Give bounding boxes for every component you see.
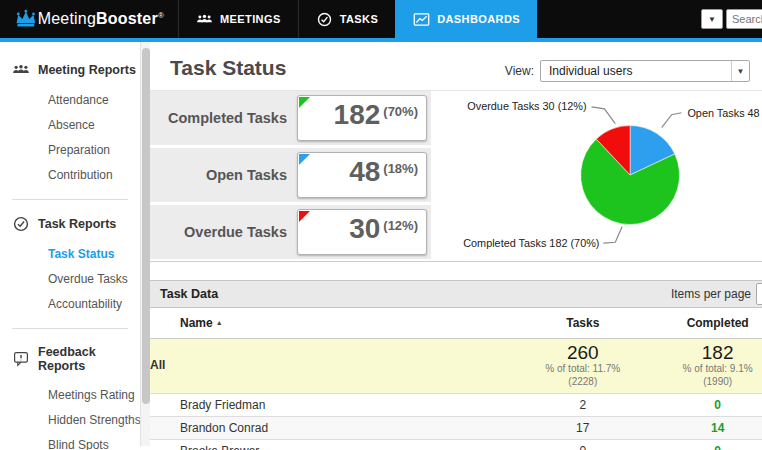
stat-row-completed: Completed Tasks 182 (70%) (150, 91, 431, 145)
person-name: Brady Friedman (150, 394, 515, 417)
summary-name: All (150, 338, 515, 394)
sidebar-item-absence[interactable]: Absence (0, 113, 140, 137)
overdue-tasks-stat-box: 30 (12%) (297, 209, 427, 255)
main-content: Task Status View: Individual users ▼ Com… (150, 42, 762, 446)
pie-label-open: Open Tasks 48 (18%) (687, 107, 762, 119)
callout-line-completed (603, 226, 622, 243)
column-header-name[interactable]: Name▲ (150, 308, 515, 338)
stat-percent: (70%) (383, 104, 418, 119)
items-per-page-label: Items per page (671, 287, 751, 301)
search-input[interactable] (726, 9, 762, 29)
sidebar-scrollbar[interactable] (140, 42, 150, 446)
main-header: Task Status View: Individual users ▼ (150, 42, 762, 90)
stat-value: 48 (349, 156, 380, 188)
corner-flag-blue (299, 154, 310, 165)
sidebar-item-accountability[interactable]: Accountability (0, 292, 140, 316)
stat-percent: (18%) (383, 161, 418, 176)
stats-and-pie-section: Completed Tasks 182 (70%) Open Tasks 48 … (150, 90, 762, 262)
summary-tasks-subtext: % of total: 11.7% (515, 363, 650, 376)
person-completed: 14 (650, 417, 762, 440)
scrollbar-thumb[interactable] (142, 48, 150, 404)
search-scope-dropdown-button[interactable]: ▼ (701, 9, 723, 29)
sidebar-item-hidden-strengths[interactable]: Hidden Strengths (0, 408, 140, 432)
task-data-header-bar: Task Data Items per page ▼ (150, 280, 762, 308)
sidebar-section-feedback-reports: Feedback Reports (0, 345, 140, 373)
table-header-row: Name▲ Tasks Completed Overdue (150, 308, 762, 338)
sidebar-item-meetings-rating[interactable]: Meetings Rating (0, 383, 140, 407)
chevron-down-icon: ▼ (731, 61, 749, 81)
crown-logo-icon (14, 8, 38, 30)
tab-label: DASHBOARDS (437, 13, 520, 25)
sidebar-item-overdue-tasks[interactable]: Overdue Tasks (0, 267, 140, 291)
table-row[interactable]: Brandon Conrad 17 14 (150, 417, 762, 440)
corner-flag-red (299, 211, 310, 222)
person-tasks: 2 (515, 394, 650, 417)
person-name: Brandon Conrad (150, 417, 515, 440)
tab-label: MEETINGS (220, 13, 281, 25)
callout-line-overdue (592, 107, 616, 124)
person-tasks: 17 (515, 417, 650, 440)
summary-completed-subtext: % of total: 9.1% (650, 363, 762, 376)
task-data-title: Task Data (160, 287, 218, 301)
divider (12, 328, 128, 329)
corner-flag-green (299, 97, 310, 108)
logo-text: MeetingBooster® (38, 10, 164, 28)
pie-label-completed: Completed Tasks 182 (70%) (463, 237, 599, 249)
task-data-table-wrapper: Name▲ Tasks Completed Overdue All 260 % … (150, 308, 762, 450)
person-name: Brooke Brewer (150, 440, 515, 450)
meetingbooster-logo[interactable]: MeetingBooster® (0, 0, 178, 38)
stat-label: Open Tasks (150, 167, 297, 183)
sidebar-section-task-reports: Task Reports (0, 216, 140, 232)
nav-right-controls: ▼ (701, 0, 762, 38)
sidebar-section-meeting-reports: Meeting Reports (0, 62, 140, 78)
column-header-completed[interactable]: Completed (650, 308, 762, 338)
summary-tasks-value: 260 (515, 343, 650, 364)
open-tasks-stat-box: 48 (18%) (297, 152, 427, 198)
summary-completed-value: 182 (650, 343, 762, 364)
people-icon (12, 62, 30, 78)
column-header-tasks[interactable]: Tasks (515, 308, 650, 338)
summary-tasks-subtext2: (2228) (515, 376, 650, 389)
person-completed: 0 (650, 394, 762, 417)
person-completed: 0 (650, 440, 762, 450)
items-per-page-select[interactable]: ▼ (756, 283, 762, 305)
view-select-value: Individual users (541, 64, 731, 78)
sidebar-item-preparation[interactable]: Preparation (0, 138, 140, 162)
sidebar-item-task-status[interactable]: Task Status (0, 242, 140, 266)
tab-meetings[interactable]: MEETINGS (178, 0, 298, 38)
stat-row-open: Open Tasks 48 (18%) (150, 148, 431, 202)
stat-row-overdue: Overdue Tasks 30 (12%) (150, 205, 431, 259)
summary-completed-subtext2: (1990) (650, 376, 762, 389)
items-per-page-control: Items per page ▼ (671, 283, 762, 305)
pie-chart-svg: Overdue Tasks 30 (12%) Open Tasks 48 (18… (431, 91, 762, 261)
summary-completed-cell: 182 % of total: 9.1% (1990) (650, 338, 762, 394)
stat-label: Overdue Tasks (150, 224, 297, 240)
person-tasks: 0 (515, 440, 650, 450)
section-title: Meeting Reports (38, 63, 136, 77)
summary-row-all[interactable]: All 260 % of total: 11.7% (2228) 182 % o… (150, 338, 762, 394)
speech-bubble-icon (12, 351, 30, 367)
tab-label: TASKS (340, 13, 378, 25)
table-row[interactable]: Brady Friedman 2 0 (150, 394, 762, 417)
view-select[interactable]: Individual users ▼ (540, 60, 750, 82)
sidebar-item-attendance[interactable]: Attendance (0, 88, 140, 112)
sidebar: Meeting Reports Attendance Absence Prepa… (0, 42, 140, 446)
sidebar-item-contribution[interactable]: Contribution (0, 163, 140, 187)
tab-tasks[interactable]: TASKS (298, 0, 395, 38)
view-label: View: (505, 64, 534, 78)
line-chart-icon (413, 12, 430, 27)
stat-value: 30 (349, 213, 380, 245)
stat-percent: (12%) (383, 218, 418, 233)
stat-label: Completed Tasks (150, 110, 297, 126)
pie-label-overdue: Overdue Tasks 30 (12%) (467, 100, 586, 112)
top-navigation-bar: MeetingBooster® MEETINGS TASKS DASHBOARD… (0, 0, 762, 42)
summary-tasks-cell: 260 % of total: 11.7% (2228) (515, 338, 650, 394)
stat-value: 182 (334, 99, 381, 131)
divider (12, 199, 128, 200)
tab-dashboards[interactable]: DASHBOARDS (395, 0, 537, 38)
sidebar-item-blind-spots[interactable]: Blind Spots (0, 433, 140, 450)
table-row[interactable]: Brooke Brewer 0 0 (150, 440, 762, 450)
callout-line-open (662, 113, 682, 128)
view-control: View: Individual users ▼ (505, 60, 750, 82)
check-circle-icon (12, 216, 30, 232)
